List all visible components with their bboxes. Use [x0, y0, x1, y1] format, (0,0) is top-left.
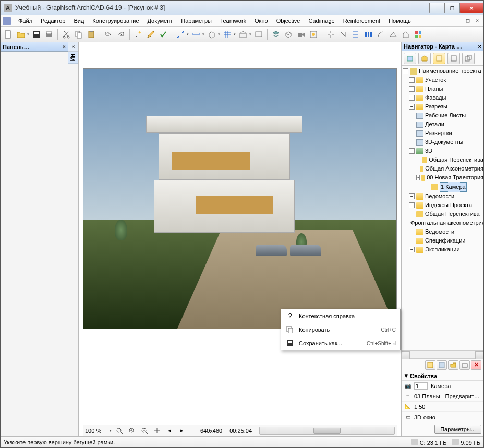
arc-button[interactable]: [375, 29, 386, 40]
prop-btn-4[interactable]: [459, 360, 470, 370]
redo-button[interactable]: [115, 29, 127, 40]
panel-close-icon[interactable]: ×: [62, 43, 66, 50]
prop-id-input[interactable]: [414, 382, 428, 390]
grid-button[interactable]: [222, 29, 233, 40]
nav-tab-publisher[interactable]: [447, 53, 460, 64]
zoom-dropdown[interactable]: ▾: [109, 429, 112, 433]
minimize-button[interactable]: —: [429, 3, 445, 13]
box-dropdown[interactable]: ▾: [217, 32, 221, 37]
box-button[interactable]: [206, 29, 217, 40]
render-viewport[interactable]: ? Контекстная справка Копировать Ctrl+C …: [83, 68, 397, 329]
copy-button[interactable]: [73, 29, 84, 40]
menu-editor[interactable]: Редактор: [37, 17, 69, 25]
undo-button[interactable]: [103, 29, 114, 40]
zoom-fit-button[interactable]: [114, 426, 125, 435]
viewport-hscrollbar[interactable]: [259, 427, 395, 435]
tree-node[interactable]: +Участок: [402, 76, 483, 84]
explode-button[interactable]: [325, 29, 336, 40]
navigator-close-icon[interactable]: ×: [478, 43, 481, 50]
next-view-button[interactable]: ▸: [177, 426, 187, 435]
menu-reinforcement[interactable]: Reinforcement: [339, 17, 385, 25]
tree-node[interactable]: +Экспликации: [402, 245, 483, 254]
zoom-in-button[interactable]: [127, 426, 137, 435]
dim-button[interactable]: [190, 29, 202, 40]
dim-dropdown[interactable]: ▾: [202, 32, 205, 37]
tree-node[interactable]: +Планы: [402, 84, 483, 93]
tree-node[interactable]: Общая Перспектива: [402, 210, 483, 219]
menu-teamwork[interactable]: Teamwork: [216, 17, 250, 25]
mdi-minimize[interactable]: -: [454, 17, 463, 25]
house-tool-button[interactable]: [400, 29, 412, 40]
align-button[interactable]: [350, 29, 361, 40]
prop-row-id[interactable]: 📷 Камера: [402, 381, 483, 391]
zoom-out-button[interactable]: [139, 426, 150, 435]
maximize-button[interactable]: □: [444, 3, 460, 13]
menu-view[interactable]: Вид: [69, 17, 88, 25]
cut-button[interactable]: [60, 29, 72, 40]
prop-btn-1[interactable]: [425, 360, 435, 370]
vstrip-close-icon[interactable]: ×: [68, 42, 78, 52]
context-saveas-item[interactable]: Сохранить как... Ctrl+Shift+Ы: [281, 336, 400, 350]
mdi-close[interactable]: ×: [473, 17, 481, 25]
prev-view-button[interactable]: ◂: [164, 426, 175, 435]
nav-tab-sets[interactable]: [462, 53, 475, 64]
open-file-button[interactable]: [15, 29, 27, 40]
tree-node[interactable]: Ведомости: [402, 227, 483, 236]
panel-tab[interactable]: Панель… ×: [1, 42, 68, 52]
tree-node[interactable]: +Разрезы: [402, 102, 483, 111]
section-dropdown[interactable]: ▾: [249, 32, 252, 37]
wand-button[interactable]: [132, 29, 144, 40]
paste-button[interactable]: [86, 29, 97, 40]
pan-button[interactable]: [152, 426, 162, 435]
tree-node[interactable]: Фронтальная аксонометрия: [402, 219, 483, 227]
tree-node-selected[interactable]: 1 Камера: [402, 182, 483, 192]
menu-params[interactable]: Параметры: [177, 17, 216, 25]
mdi-restore[interactable]: □: [464, 17, 472, 25]
vstrip-tab[interactable]: Ин: [68, 52, 78, 64]
close-button[interactable]: ✕: [459, 3, 483, 13]
prop-btn-2[interactable]: [437, 360, 447, 370]
tree-node[interactable]: +Индексы Проекта: [402, 201, 483, 210]
navigator-titlebar[interactable]: Навигатор - Карта … ×: [402, 42, 483, 51]
prop-row-window[interactable]: ▭ 3D-окно: [402, 412, 483, 422]
menu-help[interactable]: Помощь: [384, 17, 415, 25]
open-dropdown[interactable]: ▾: [27, 32, 30, 37]
tree-node[interactable]: +Фасады: [402, 93, 483, 102]
menu-objective[interactable]: Objective: [272, 17, 305, 25]
render-button[interactable]: [308, 29, 319, 40]
nav-tab-project[interactable]: [404, 53, 416, 64]
iso-button[interactable]: [283, 29, 294, 40]
prop-row-scale[interactable]: 📐 1:50: [402, 402, 483, 412]
tree-node-3d[interactable]: -3D: [402, 147, 483, 155]
parameters-button[interactable]: Параметры...: [434, 425, 481, 434]
tree-root[interactable]: -Наименование проекта: [402, 67, 483, 76]
menu-app-icon[interactable]: [3, 17, 11, 25]
menu-document[interactable]: Документ: [143, 17, 177, 25]
tree-node[interactable]: -00 Новая Траектория: [402, 173, 483, 182]
palette-button[interactable]: [413, 29, 424, 40]
trim-button[interactable]: [337, 29, 349, 40]
prop-row-layer[interactable]: ≡ 03 Планы - Предварительн…: [402, 391, 483, 402]
screen-button[interactable]: [253, 29, 264, 40]
measure-button[interactable]: [175, 29, 186, 40]
menu-file[interactable]: Файл: [14, 17, 37, 25]
grid-dropdown[interactable]: ▾: [233, 32, 236, 37]
distribute-button[interactable]: [362, 29, 374, 40]
check-button[interactable]: [158, 29, 169, 40]
nav-tab-layout[interactable]: [433, 53, 445, 64]
layers-button[interactable]: [270, 29, 282, 40]
tree-node[interactable]: Спецификации: [402, 236, 483, 245]
navigator-tree[interactable]: -Наименование проекта +Участок +Планы +Ф…: [402, 66, 483, 350]
tree-node[interactable]: +Ведомости: [402, 192, 483, 201]
roof-tool-button[interactable]: [388, 29, 399, 40]
properties-header[interactable]: ▾ Свойства: [402, 371, 483, 381]
tree-node[interactable]: Развертки: [402, 129, 483, 138]
prop-btn-3[interactable]: [448, 360, 458, 370]
pencil-button[interactable]: [145, 29, 156, 40]
new-file-button[interactable]: [3, 29, 14, 40]
section-button[interactable]: [237, 29, 249, 40]
tree-node[interactable]: Рабочие Листы: [402, 111, 483, 120]
save-button[interactable]: [31, 29, 42, 40]
menu-construct[interactable]: Конструирование: [88, 17, 143, 25]
tree-node[interactable]: Общая Аксонометрия: [402, 164, 483, 173]
